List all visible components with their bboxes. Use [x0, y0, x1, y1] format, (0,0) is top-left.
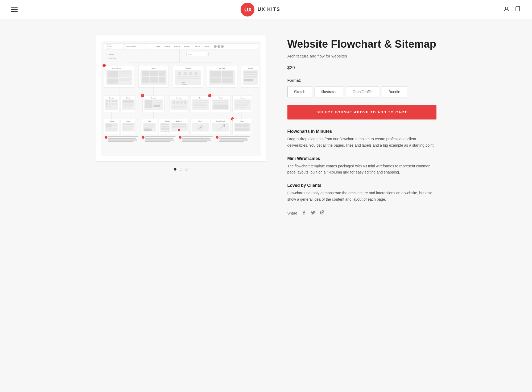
svg-rect-40: [142, 71, 149, 76]
svg-point-1: [505, 7, 508, 9]
svg-text:Products: Products: [164, 46, 170, 47]
svg-text:Checkout: Checkout: [164, 121, 170, 122]
format-options: Sketch Illustrator OmniGraffle Bundle: [287, 86, 436, 97]
svg-rect-60: [210, 71, 221, 77]
svg-text:Features: Features: [240, 97, 245, 99]
svg-rect-223: [219, 141, 244, 142]
svg-rect-203: [108, 138, 135, 139]
add-to-cart-button[interactable]: SELECT FORMAT ABOVE TO ADD TO CART: [287, 105, 436, 119]
dot-3[interactable]: [185, 168, 188, 171]
svg-rect-43: [142, 77, 149, 83]
pinterest-icon[interactable]: [320, 210, 324, 216]
svg-text:- - Services: - - Services: [181, 84, 187, 85]
svg-rect-163: [123, 129, 131, 130]
svg-point-50: [183, 72, 187, 75]
svg-point-111: [184, 101, 187, 104]
svg-rect-85: [115, 103, 117, 105]
svg-point-17: [221, 45, 224, 48]
svg-point-49: [178, 72, 181, 75]
svg-text:Our Work: Our Work: [184, 46, 189, 47]
svg-text:3: 3: [209, 95, 210, 96]
svg-text:2: 2: [142, 95, 143, 96]
svg-rect-181: [171, 123, 186, 125]
svg-rect-30: [119, 73, 131, 74]
svg-rect-202: [108, 136, 138, 137]
svg-rect-204: [108, 139, 137, 141]
product-diagram: Home Main Navigation News Products About…: [101, 41, 261, 156]
feature-wireframes-title: Mini Wireframes: [287, 156, 436, 161]
svg-rect-68: [244, 74, 257, 75]
svg-rect-136: [235, 102, 250, 103]
logo-link[interactable]: UX UX KITS: [241, 3, 280, 16]
svg-rect-214: [182, 136, 212, 137]
svg-rect-182: [171, 126, 186, 127]
svg-text:Thanks: Thanks: [198, 121, 202, 122]
twitter-icon[interactable]: [311, 210, 315, 216]
svg-text:Product: Product: [151, 97, 156, 99]
feature-clients: Loved by Clients Flowcharts not only dem…: [287, 183, 436, 203]
product-title: Website Flowchart & Sitemap: [287, 38, 436, 50]
svg-rect-81: [115, 100, 117, 102]
svg-rect-168: [144, 125, 154, 126]
feature-flowcharts-text: Drag-n-drop elements from our flowchart …: [287, 136, 436, 149]
svg-rect-82: [106, 103, 108, 105]
svg-text:Contact Us: Contact Us: [176, 121, 182, 122]
svg-rect-31: [119, 75, 130, 76]
account-icon[interactable]: [503, 6, 510, 13]
svg-rect-155: [106, 128, 117, 129]
svg-rect-53: [176, 76, 201, 77]
svg-rect-61: [222, 71, 233, 77]
svg-rect-87: [109, 105, 111, 108]
svg-rect-161: [123, 126, 133, 127]
svg-rect-167: [144, 123, 154, 125]
svg-rect-217: [182, 141, 207, 142]
svg-rect-138: [235, 105, 247, 106]
feature-clients-title: Loved by Clients: [287, 183, 436, 188]
svg-rect-54: [176, 78, 200, 79]
svg-rect-121: [193, 105, 208, 106]
svg-rect-101: [153, 104, 161, 105]
svg-rect-222: [219, 139, 248, 141]
svg-rect-152: [106, 123, 112, 127]
svg-text:Article: Article: [126, 121, 130, 122]
hamburger-menu-button[interactable]: [11, 7, 18, 12]
svg-rect-84: [112, 103, 114, 105]
svg-rect-210: [145, 139, 174, 141]
svg-rect-199: [242, 128, 249, 131]
svg-rect-156: [106, 130, 116, 131]
cart-icon[interactable]: [515, 6, 521, 13]
format-omnigraffle-button[interactable]: OmniGraffle: [346, 86, 379, 97]
format-sketch-button[interactable]: Sketch: [287, 86, 312, 97]
svg-rect-122: [193, 107, 206, 108]
svg-point-108: [172, 101, 175, 104]
svg-rect-92: [123, 104, 133, 105]
format-bundle-button[interactable]: Bundle: [382, 86, 407, 97]
svg-rect-135: [235, 100, 250, 101]
svg-rect-209: [145, 138, 172, 139]
svg-rect-98: [145, 100, 152, 108]
dot-1[interactable]: [174, 168, 176, 171]
product-image-section: Home Main Navigation News Products About…: [96, 35, 266, 171]
svg-rect-33: [119, 79, 131, 80]
svg-rect-162: [123, 127, 132, 129]
svg-rect-120: [193, 104, 207, 105]
product-subtitle: Architecture and flow for websites: [287, 54, 436, 58]
share-label: Share: [287, 211, 297, 215]
svg-rect-154: [112, 125, 117, 126]
svg-point-109: [176, 101, 179, 104]
format-illustrator-button[interactable]: Illustrator: [315, 86, 343, 97]
svg-text:Calendar: Calendar: [109, 97, 114, 99]
dot-2[interactable]: [180, 168, 182, 171]
svg-rect-205: [108, 141, 133, 142]
svg-rect-41: [150, 71, 158, 76]
svg-rect-196: [235, 123, 242, 127]
facebook-icon[interactable]: [302, 210, 306, 216]
svg-text:Home: Home: [107, 46, 111, 47]
svg-text:Main Navigation: Main Navigation: [126, 46, 136, 47]
svg-rect-129: [213, 102, 228, 103]
svg-rect-86: [106, 105, 108, 108]
svg-rect-170: [144, 129, 151, 131]
svg-text:- - - Slideshow: - - - Slideshow: [106, 54, 114, 55]
svg-text:- - Menu: - - Menu: [181, 82, 185, 83]
svg-rect-45: [159, 77, 165, 83]
